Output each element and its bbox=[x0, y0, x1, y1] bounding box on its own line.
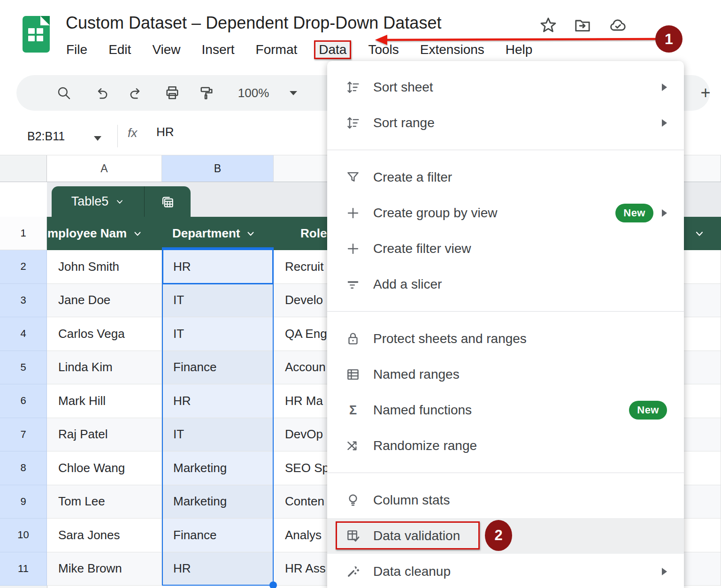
cell-b11-department[interactable]: HR bbox=[162, 552, 274, 586]
name-box[interactable]: B2:B11 bbox=[27, 123, 98, 149]
row-header-1[interactable]: 1 bbox=[0, 217, 47, 250]
cell-a5-employee-name[interactable]: Linda Kim bbox=[47, 351, 162, 385]
cell-b7-department[interactable]: IT bbox=[162, 418, 274, 452]
slicer-icon bbox=[345, 276, 361, 292]
cell-a9-employee-name[interactable]: Tom Lee bbox=[47, 485, 162, 519]
menu-item-column-stats[interactable]: Column stats bbox=[327, 482, 684, 518]
menu-item-label: Column stats bbox=[373, 493, 450, 508]
menu-item-sort-range[interactable]: Sort range bbox=[327, 105, 684, 141]
row-header-7[interactable]: 7 bbox=[0, 418, 47, 452]
menubar-item-file[interactable]: File bbox=[62, 41, 92, 58]
menu-item-label: Named functions bbox=[373, 403, 472, 418]
lock-icon bbox=[345, 331, 361, 347]
menu-item-sort-sheet[interactable]: Sort sheet bbox=[327, 69, 684, 105]
formula-input[interactable]: HR bbox=[156, 125, 174, 139]
column-header-a[interactable]: A bbox=[47, 155, 162, 182]
menubar-item-extensions[interactable]: Extensions bbox=[416, 41, 489, 58]
star-icon[interactable] bbox=[539, 16, 558, 37]
header-cell-department[interactable]: Department bbox=[162, 217, 284, 250]
plus-icon bbox=[345, 205, 361, 221]
row-header-11[interactable]: 11 bbox=[0, 552, 47, 586]
row-header-12[interactable] bbox=[0, 586, 47, 588]
fill-handle[interactable] bbox=[269, 581, 277, 588]
row-header-10[interactable]: 10 bbox=[0, 519, 47, 552]
menu-item-protect-sheets-and-ranges[interactable]: Protect sheets and ranges bbox=[327, 321, 684, 357]
cell-a11-employee-name[interactable]: Mike Brown bbox=[47, 552, 162, 586]
cell-b8-department[interactable]: Marketing bbox=[162, 451, 274, 485]
header-cell-employee-name[interactable]: mployee Nam bbox=[47, 217, 161, 250]
plus-icon bbox=[345, 241, 361, 257]
menu-item-create-filter-view[interactable]: Create filter view bbox=[327, 231, 684, 267]
lightbulb-icon bbox=[345, 492, 361, 508]
menu-item-label: Sort sheet bbox=[373, 80, 433, 95]
cell-b5-department[interactable]: Finance bbox=[162, 351, 274, 385]
table-grid-icon bbox=[161, 195, 175, 209]
filter-icon bbox=[345, 169, 361, 185]
document-title[interactable]: Custom Dataset – Dependent Drop-Down Dat… bbox=[66, 13, 441, 33]
row-header-2[interactable]: 2 bbox=[0, 250, 47, 284]
row-header-9[interactable]: 9 bbox=[0, 485, 47, 519]
cell-b10-department[interactable]: Finance bbox=[162, 519, 274, 552]
menu-item-data-cleanup[interactable]: Data cleanup bbox=[327, 554, 684, 588]
search-icon[interactable] bbox=[52, 75, 76, 111]
menu-item-label: Add a slicer bbox=[373, 277, 442, 292]
cell-a7-employee-name[interactable]: Raj Patel bbox=[47, 418, 162, 452]
menu-item-add-a-slicer[interactable]: Add a slicer bbox=[327, 267, 684, 302]
select-all-corner[interactable] bbox=[0, 155, 47, 182]
submenu-arrow-icon bbox=[662, 84, 667, 91]
row-header-3[interactable]: 3 bbox=[0, 284, 47, 318]
cell-a8-employee-name[interactable]: Chloe Wang bbox=[47, 451, 162, 485]
menu-item-create-group-by-view[interactable]: Create group by viewNew bbox=[327, 195, 684, 231]
menu-bar: FileEditViewInsertFormatDataToolsExtensi… bbox=[62, 39, 537, 60]
cell-b9-department[interactable]: Marketing bbox=[162, 485, 274, 519]
toolbar-plus-button[interactable]: + bbox=[692, 75, 719, 111]
menu-item-label: Sort range bbox=[373, 115, 435, 130]
cell-a3-employee-name[interactable]: Jane Doe bbox=[47, 284, 162, 318]
cell-a6-employee-name[interactable]: Mark Hill bbox=[47, 384, 162, 418]
cell-b4-department[interactable]: IT bbox=[162, 317, 274, 351]
table-tab-name[interactable]: Table5 bbox=[52, 186, 144, 217]
chevron-down-icon bbox=[694, 228, 705, 239]
zoom-control[interactable]: 100% bbox=[230, 75, 277, 111]
menu-item-create-a-filter[interactable]: Create a filter bbox=[327, 160, 684, 195]
menu-item-label: Create filter view bbox=[373, 241, 471, 256]
cell-a4-employee-name[interactable]: Carlos Vega bbox=[47, 317, 162, 351]
chevron-down-icon bbox=[132, 229, 143, 239]
undo-icon[interactable] bbox=[90, 75, 114, 111]
paint-format-icon[interactable] bbox=[194, 75, 219, 111]
row-header-5[interactable]: 5 bbox=[0, 351, 47, 385]
cell-a2-employee-name[interactable]: John Smith bbox=[47, 250, 162, 284]
menu-item-data-validation[interactable]: Data validation2 bbox=[327, 518, 684, 554]
menu-item-randomize-range[interactable]: Randomize range bbox=[327, 428, 684, 464]
table-tab[interactable]: Table5 bbox=[52, 186, 191, 217]
menubar-item-help[interactable]: Help bbox=[501, 41, 537, 58]
annotation-box bbox=[336, 521, 480, 550]
menu-item-label: Create group by view bbox=[373, 206, 498, 221]
column-header-b[interactable]: B bbox=[162, 155, 274, 182]
cell-a10-employee-name[interactable]: Sara Jones bbox=[47, 519, 162, 552]
menubar-item-edit[interactable]: Edit bbox=[104, 41, 135, 58]
redo-icon[interactable] bbox=[124, 75, 147, 111]
name-box-caret-icon[interactable] bbox=[94, 136, 101, 141]
menubar-item-insert[interactable]: Insert bbox=[198, 41, 239, 58]
row-header-8[interactable]: 8 bbox=[0, 451, 47, 485]
menu-item-named-ranges[interactable]: Named ranges bbox=[327, 357, 684, 392]
chevron-down-icon bbox=[245, 229, 256, 239]
cell-b2-department[interactable]: HR bbox=[162, 250, 274, 284]
menubar-item-data[interactable]: Data bbox=[314, 40, 351, 59]
cell-b6-department[interactable]: HR bbox=[162, 384, 274, 418]
menu-item-named-functions[interactable]: ΣNamed functionsNew bbox=[327, 392, 684, 428]
row-header-6[interactable]: 6 bbox=[0, 384, 47, 418]
menubar-item-view[interactable]: View bbox=[148, 41, 184, 58]
cloud-saved-icon[interactable] bbox=[607, 16, 628, 37]
move-folder-icon[interactable] bbox=[573, 16, 592, 37]
print-icon[interactable] bbox=[160, 75, 185, 111]
sort-icon bbox=[345, 115, 361, 131]
menubar-item-format[interactable]: Format bbox=[252, 41, 302, 58]
cell-b3-department[interactable]: IT bbox=[162, 284, 274, 318]
row-header-4[interactable]: 4 bbox=[0, 317, 47, 351]
zoom-caret-icon[interactable] bbox=[285, 75, 302, 111]
menubar-item-tools[interactable]: Tools bbox=[364, 41, 403, 58]
table-options-button[interactable] bbox=[145, 186, 191, 217]
annotation-step-2: 2 bbox=[485, 520, 512, 551]
